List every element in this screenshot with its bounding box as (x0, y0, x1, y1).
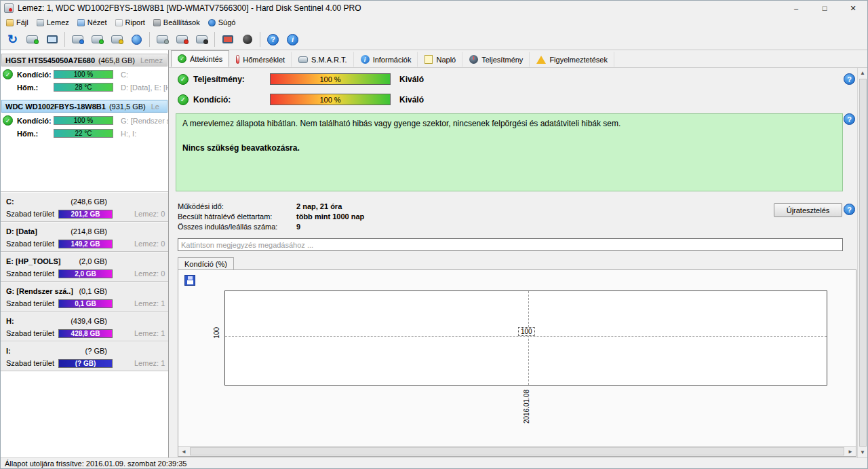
disk-menu-icon (37, 19, 44, 26)
help-icon[interactable]: ? (844, 73, 855, 85)
menu-nezet[interactable]: Nézet (74, 17, 112, 28)
partition-disk-index: Lemez: 1 (134, 299, 165, 307)
stat-row: Becsült hátralévő élettartam: több mint … (178, 211, 364, 221)
refresh-button[interactable]: ↻ (3, 31, 22, 48)
partition-item-i[interactable]: I: (? GB) Szabad terület (? GB) Lemez: 1 (1, 341, 168, 371)
disk-header-selected[interactable]: WDC WD1002FBYS-18W8B1 (931,5 GB) Le (1, 100, 167, 113)
report-menu-icon (115, 19, 123, 26)
partition-disk-index: Lemez: 0 (134, 240, 165, 248)
scrollbar-thumb[interactable] (190, 447, 844, 455)
tab-teljesitmeny[interactable]: Teljesítmény (462, 52, 530, 67)
condition-chart-panel: 100 100 2016.01.08 ◄ ► (178, 269, 856, 457)
condition-bar: 100 % (54, 116, 113, 125)
app-window: Lemez: 1, WDC WD1002FBYS-18W8B1 [WD-WMAT… (0, 0, 868, 469)
disk-clone-button[interactable] (108, 31, 126, 48)
health-action-text: Nincs szükség beavatkozásra. (182, 143, 836, 154)
scroll-left-icon[interactable]: ◄ (178, 447, 189, 456)
partition-size: (2,0 GB) (79, 257, 107, 265)
disk-sync-button[interactable] (88, 31, 106, 48)
disk-stack-button[interactable] (23, 31, 41, 48)
condition-label: Kondíció: (193, 95, 270, 105)
comment-input[interactable] (178, 238, 843, 251)
disk-entry-hgst[interactable]: HGST HTS545050A7E680 (465,8 GB) Lemez ✓ … (1, 54, 168, 94)
chart-tab-kondicio[interactable]: Kondíció (%) (178, 257, 234, 270)
tabstrip: ✓ Áttekintés Hőmérséklet S.M.A.R.T. i In… (169, 50, 867, 68)
stat-value: 2 nap, 21 óra (296, 202, 342, 210)
monitor-disk-button[interactable] (43, 31, 61, 48)
disk-eject-button[interactable] (153, 31, 172, 48)
tab-label: S.M.A.R.T. (311, 56, 347, 64)
disk-delete-button[interactable] (193, 31, 211, 48)
partition-item-h[interactable]: H: (439,4 GB) Szabad terület 428,8 GB Le… (1, 312, 168, 341)
partition-item-g[interactable]: G: [Rendszer szá..] (0,1 GB) Szabad terü… (1, 282, 168, 312)
performance-bar: 100 % (270, 73, 391, 85)
help-icon[interactable]: ? (844, 204, 855, 215)
disk-name: WDC WD1002FBYS-18W8B1 (5, 102, 106, 111)
maximize-button[interactable]: □ (810, 1, 839, 16)
partition-item-d[interactable]: D: [Data] (214,8 GB) Szabad terület 149,… (1, 222, 168, 252)
disk-volumes-text: H:, I: (121, 130, 136, 138)
disk-eject-icon (157, 35, 168, 43)
partition-row: C: (248,6 GB) (1, 195, 113, 208)
scroll-down-icon[interactable]: ▼ (858, 447, 868, 457)
chart-horizontal-scrollbar[interactable]: ◄ ► (178, 446, 856, 456)
menu-sugo[interactable]: Súgó (205, 17, 241, 28)
tab-attekintes[interactable]: ✓ Áttekintés (171, 50, 229, 67)
partition-item-e[interactable]: E: [HP_TOOLS] (2,0 GB) Szabad terület 2,… (1, 252, 168, 282)
toolbar-separator (260, 32, 260, 47)
tab-figyelmeztetesek[interactable]: Figyelmeztetések (530, 52, 614, 67)
disk-list: HGST HTS545050A7E680 (465,8 GB) Lemez ✓ … (1, 50, 168, 192)
disk-volumes-text: D: [Data], E: [H (121, 83, 168, 92)
tab-informaciok[interactable]: i Információk (354, 52, 418, 67)
disk-trailing-text: Le (151, 102, 159, 111)
partition-size: (248,6 GB) (71, 198, 107, 206)
temp-bar: 28 °C (54, 83, 113, 92)
log-icon (425, 55, 433, 64)
save-chart-icon[interactable] (184, 275, 195, 286)
stat-value: 9 (296, 223, 300, 231)
disk-header[interactable]: HGST HTS545050A7E680 (465,8 GB) Lemez (1, 54, 167, 67)
info-button[interactable]: i (283, 31, 302, 48)
status-dot (34, 39, 39, 44)
help-icon[interactable]: ? (844, 113, 855, 125)
overview-check-icon: ✓ (178, 54, 186, 63)
surface-test-button[interactable] (218, 31, 237, 48)
menu-label: Nézet (87, 18, 107, 26)
scrollbar-thumb[interactable] (859, 79, 867, 447)
menu-label: Lemez (47, 18, 69, 26)
shutdown-button[interactable] (238, 31, 256, 48)
performance-rating: Kiváló (399, 75, 424, 84)
world-button[interactable] (127, 31, 146, 48)
disk-temp-row: Hőm.: 22 °C H:, I: (1, 127, 168, 140)
file-menu-icon (6, 19, 14, 26)
help-button[interactable]: ? (264, 31, 282, 48)
alerts-icon (536, 56, 546, 64)
tab-label: Teljesítmény (481, 56, 523, 64)
scroll-right-icon[interactable]: ► (845, 447, 856, 456)
free-space-bar: 149,2 GB (58, 240, 113, 248)
minimize-button[interactable]: – (782, 1, 810, 16)
tab-label: Figyelmeztetések (549, 56, 608, 64)
menu-beallitasok[interactable]: Beállítások (150, 17, 205, 28)
menu-riport[interactable]: Riport (112, 17, 150, 28)
partition-item-c[interactable]: C: (248,6 GB) Szabad terület 201,2 GB Le… (1, 192, 168, 222)
toolbar-separator (64, 32, 65, 47)
disk-search-button[interactable] (68, 31, 87, 48)
tab-label: Információk (373, 56, 412, 64)
disk-write-button[interactable] (173, 31, 191, 48)
disk-entry-wdc[interactable]: WDC WD1002FBYS-18W8B1 (931,5 GB) Le ✓ Ko… (1, 100, 168, 140)
chart-point-label[interactable]: 100 (518, 327, 535, 336)
menu-lemez[interactable]: Lemez (33, 17, 74, 28)
close-button[interactable]: ✕ (839, 1, 867, 16)
menu-fajl[interactable]: Fájl (3, 17, 33, 28)
partition-free-row: Szabad terület 2,0 GB Lemez: 0 (1, 267, 168, 280)
tab-naplo[interactable]: Napló (418, 52, 462, 67)
retest-button[interactable]: Újratesztelés (774, 203, 842, 217)
world-icon (132, 35, 142, 45)
status-dot (203, 39, 208, 44)
tab-smart[interactable]: S.M.A.R.T. (292, 52, 354, 67)
content-vertical-scrollbar[interactable]: ▲ ▼ (857, 68, 867, 457)
stat-label: Összes indulás/leállás száma: (178, 223, 296, 231)
tab-homerseklet[interactable]: Hőmérséklet (229, 52, 292, 67)
scroll-up-icon[interactable]: ▲ (858, 68, 868, 78)
